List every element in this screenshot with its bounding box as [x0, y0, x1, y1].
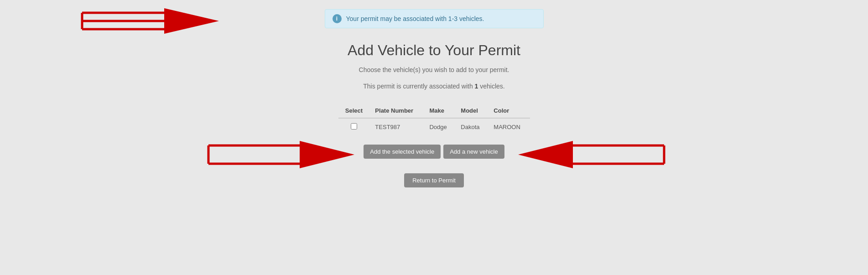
col-make: Make [424, 104, 455, 118]
page-wrapper: i Your permit may be associated with 1-3… [0, 0, 868, 275]
page-subtitle: Choose the vehicle(s) you wish to add to… [359, 66, 509, 73]
table-row: TEST987 Dodge Dakota MAROON [338, 118, 530, 135]
info-icon: i [333, 14, 342, 23]
table-body: TEST987 Dodge Dakota MAROON [338, 118, 530, 135]
svg-marker-4 [164, 8, 219, 34]
row-model: Dakota [455, 118, 488, 135]
permit-status-suffix: vehicles. [478, 83, 504, 90]
row-select-cell [338, 118, 370, 135]
col-color: Color [488, 104, 530, 118]
col-model: Model [455, 104, 488, 118]
action-buttons: Add the selected vehicle Add a new vehic… [364, 145, 504, 159]
page-title: Add Vehicle to Your Permit [348, 42, 520, 59]
table-header-row: Select Plate Number Make Model Color [338, 104, 530, 118]
return-to-permit-button[interactable]: Return to Permit [404, 173, 464, 187]
vehicle-checkbox[interactable] [351, 123, 357, 130]
row-color: MAROON [488, 118, 530, 135]
annotation-arrow-top [82, 8, 219, 37]
info-banner: i Your permit may be associated with 1-3… [325, 9, 544, 28]
svg-marker-9 [300, 141, 354, 168]
vehicle-table: Select Plate Number Make Model Color TES… [338, 104, 530, 135]
annotation-arrow-left [208, 141, 354, 170]
permit-status: This permit is currently associated with… [363, 83, 504, 90]
col-select: Select [338, 104, 370, 118]
add-new-button[interactable]: Add a new vehicle [443, 145, 504, 159]
annotation-arrow-right [518, 141, 664, 170]
col-plate: Plate Number [369, 104, 424, 118]
row-make: Dodge [424, 118, 455, 135]
info-banner-text: Your permit may be associated with 1-3 v… [346, 15, 484, 22]
svg-marker-14 [518, 141, 573, 168]
add-selected-button[interactable]: Add the selected vehicle [364, 145, 441, 159]
table-header: Select Plate Number Make Model Color [338, 104, 530, 118]
permit-status-prefix: This permit is currently associated with [363, 83, 474, 90]
row-plate: TEST987 [369, 118, 424, 135]
